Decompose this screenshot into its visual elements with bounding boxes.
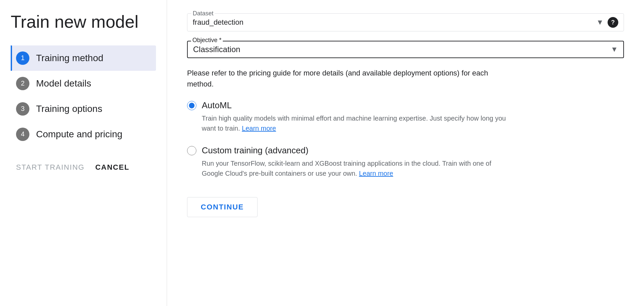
dataset-field-group: Dataset fraud_detection ▼ ?: [187, 13, 624, 31]
cancel-button[interactable]: CANCEL: [95, 163, 129, 172]
step-number-2: 2: [16, 77, 29, 90]
custom-label: Custom training (advanced): [202, 145, 308, 156]
step-item-training-options[interactable]: 3 Training options: [11, 96, 156, 122]
automl-learn-more-link[interactable]: Learn more: [242, 125, 276, 132]
step-label-model-details: Model details: [36, 78, 91, 89]
sidebar-actions: START TRAINING CANCEL: [11, 163, 156, 172]
objective-dropdown[interactable]: Objective * Classification ▼: [187, 41, 624, 58]
custom-radio-row: Custom training (advanced): [187, 145, 624, 156]
objective-value: Classification: [193, 45, 240, 54]
step-item-model-details[interactable]: 2 Model details: [11, 71, 156, 96]
objective-chevron-icon: ▼: [611, 45, 618, 54]
objective-label: Objective *: [191, 37, 223, 44]
step-number-3: 3: [16, 102, 29, 116]
step-item-training-method[interactable]: 1 Training method: [11, 45, 156, 71]
main-content: Dataset fraud_detection ▼ ? Objective * …: [167, 0, 644, 306]
step-label-training-method: Training method: [36, 53, 103, 63]
pricing-description: Please refer to the pricing guide for mo…: [187, 67, 508, 90]
step-number-1: 1: [16, 51, 29, 65]
automl-radio[interactable]: [187, 101, 196, 110]
help-icon[interactable]: ?: [608, 17, 618, 28]
automl-description: Train high quality models with minimal e…: [187, 113, 508, 133]
custom-learn-more-link[interactable]: Learn more: [359, 170, 393, 177]
step-item-compute-pricing[interactable]: 4 Compute and pricing: [11, 122, 156, 147]
step-number-4: 4: [16, 128, 29, 141]
steps-list: 1 Training method 2 Model details 3 Trai…: [11, 45, 156, 147]
dataset-label: Dataset: [191, 10, 215, 17]
step-label-training-options: Training options: [36, 104, 102, 114]
objective-field-group: Objective * Classification ▼: [187, 41, 624, 58]
custom-training-option: Custom training (advanced) Run your Tens…: [187, 145, 624, 178]
page-title: Train new model: [11, 12, 156, 32]
automl-radio-row: AutoML: [187, 100, 624, 111]
dataset-icons: ▼ ?: [596, 17, 618, 28]
continue-button[interactable]: CONTINUE: [187, 197, 258, 217]
sidebar: Train new model 1 Training method 2 Mode…: [0, 0, 167, 306]
custom-radio[interactable]: [187, 146, 196, 155]
automl-option: AutoML Train high quality models with mi…: [187, 100, 624, 133]
dataset-dropdown[interactable]: Dataset fraud_detection ▼ ?: [187, 13, 624, 31]
chevron-down-icon: ▼: [596, 18, 604, 27]
start-training-button[interactable]: START TRAINING: [16, 163, 85, 172]
automl-label: AutoML: [202, 100, 232, 111]
custom-description: Run your TensorFlow, scikit-learn and XG…: [187, 158, 508, 178]
step-label-compute-pricing: Compute and pricing: [36, 129, 122, 140]
dataset-value: fraud_detection: [193, 18, 596, 27]
